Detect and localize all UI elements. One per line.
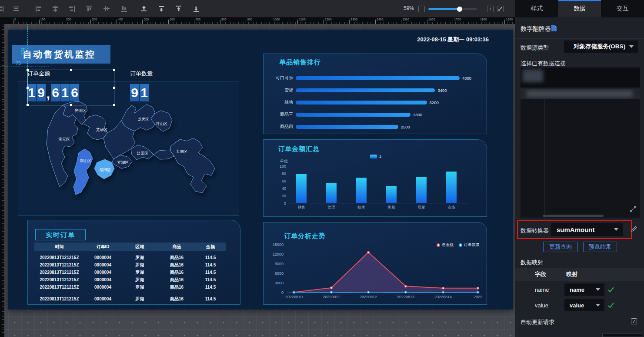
distribute-horizontal-icon[interactable]: [12, 5, 20, 13]
orders-cell: 商品16: [158, 296, 195, 302]
align-center-horizontal-icon[interactable]: [51, 5, 59, 13]
selection-handle[interactable]: [27, 104, 29, 106]
mapping-select-value: value: [564, 302, 596, 309]
orders-cell: 20220813T121215Z: [34, 277, 84, 282]
selection-y-coordinate: 134: [21, 47, 26, 55]
connection-list[interactable]: [521, 67, 640, 88]
fit-screen-button[interactable]: [497, 6, 504, 12]
shenzhen-district-map[interactable]: 宝安区光明区龙华区龙岗区坪山区盐田区大鹏区罗湖区福田区南山区: [21, 101, 238, 215]
vertical-ruler[interactable]: [0, 24, 4, 337]
orders-cell: 20220813T121215Z: [34, 270, 84, 275]
orders-cell: 0000004: [84, 285, 121, 290]
align-right-icon[interactable]: [68, 5, 76, 13]
horizontal-ruler[interactable]: 0100200300400500600700800900100011001200…: [0, 17, 515, 24]
partial-input-box[interactable]: [602, 334, 642, 337]
auto-update-label: 自动更新请求: [521, 318, 554, 326]
ruler-label: 1800: [480, 18, 487, 21]
selection-handle[interactable]: [113, 87, 115, 89]
kpi-count-flipper[interactable]: 91: [130, 84, 149, 101]
zoom-slider-knob[interactable]: [457, 7, 462, 12]
send-to-bottom-icon[interactable]: [192, 5, 200, 13]
document-icon[interactable]: [551, 25, 557, 32]
district-大鹏区[interactable]: [170, 138, 215, 193]
bring-to-top-icon[interactable]: [175, 5, 183, 13]
district-南山区[interactable]: [73, 149, 93, 195]
ranking-bar-label: 脉动: [269, 99, 293, 105]
connection-label: 选择已有数据连接: [521, 60, 566, 67]
dashboard-canvas[interactable]: 2022-08-15 星期一 09:03:36 自动售货机监控 订单金额 订单数…: [8, 30, 513, 310]
ruler-major-ticks: [13, 20, 515, 24]
expand-editor-icon[interactable]: [630, 206, 637, 212]
zoom-slider-fill: [428, 8, 460, 10]
mapping-select-value[interactable]: value: [564, 299, 604, 311]
orders-cell: 罗湖: [121, 255, 158, 261]
ranking-row: 脉动3200: [269, 96, 477, 108]
ruler-label: 200: [66, 18, 71, 21]
column-legend[interactable]: 1: [370, 154, 381, 158]
align-right-edge-icon[interactable]: [0, 5, 4, 13]
zoom-out-button[interactable]: −: [418, 6, 425, 12]
orders-cell: 罗湖: [121, 262, 158, 268]
flipper-digit: 1: [140, 84, 149, 101]
tab-样式[interactable]: 样式: [515, 0, 558, 17]
district-label: 大鹏区: [176, 149, 188, 154]
orders-cell: 0000004: [84, 277, 121, 282]
district-label: 盐田区: [137, 151, 149, 155]
district-label: 坪山区: [156, 121, 168, 126]
y-tick-label: 60: [273, 179, 286, 183]
legend-swatch: [370, 155, 377, 158]
align-middle-icon[interactable]: [103, 5, 110, 13]
orders-header-cell: 商品: [158, 244, 195, 250]
editor-workspace[interactable]: 2022-08-15 星期一 09:03:36 自动售货机监控 订单金额 订单数…: [4, 24, 515, 337]
datasource-select[interactable]: 对象存储服务(OBS): [564, 40, 638, 53]
district-宝安区[interactable]: [47, 105, 78, 187]
zoom-in-button[interactable]: +: [487, 6, 494, 12]
tab-交互[interactable]: 交互: [601, 0, 644, 17]
ranking-chart-panel[interactable]: 单品销售排行 可口可乐4000雪碧3400脉动3200商品三2800商品四250…: [263, 54, 487, 134]
selection-handle[interactable]: [70, 69, 72, 71]
selection-guide-horizontal: [0, 67, 49, 67]
orders-table-panel[interactable]: 实时订单 时间订单ID区域商品金额 20220813T121215Z000000…: [27, 220, 240, 305]
align-bottom-icon[interactable]: [120, 5, 128, 13]
selection-handle[interactable]: [113, 69, 115, 71]
preview-result-button[interactable]: 预览结果: [583, 242, 617, 252]
selection-handle[interactable]: [27, 87, 29, 89]
editor-horizontal-scrollbar[interactable]: [543, 215, 604, 217]
ruler-label: 100: [40, 18, 46, 21]
update-query-button[interactable]: 更新查询: [543, 242, 578, 252]
zoom-slider[interactable]: [428, 8, 477, 10]
district-坪山区[interactable]: [151, 111, 172, 131]
svg-text:20220812: 20220812: [360, 295, 377, 299]
selection-handle[interactable]: [70, 104, 72, 106]
auto-update-checkbox[interactable]: ✓: [631, 318, 637, 324]
layer-up-icon[interactable]: [140, 5, 148, 13]
district-label: 福田区: [100, 168, 111, 172]
orders-cell: 商品16: [158, 277, 195, 283]
ranking-bar-wrap: 2800: [296, 112, 422, 117]
orders-cell: 20220813T121215Z: [34, 255, 84, 260]
table-row: 20220813T121215Z0000004罗湖商品16114.5: [34, 276, 226, 283]
selection-box[interactable]: [27, 70, 114, 105]
ranking-bar-label: 商品四: [269, 124, 293, 130]
top-toolbar: 59% − +: [0, 0, 515, 17]
dashboard-title[interactable]: 自动售货机监控: [12, 45, 110, 64]
trend-chart-panel[interactable]: 订单分析走势 总金额订单数量 1500012000900060003000020…: [263, 222, 487, 305]
align-top-icon[interactable]: [85, 5, 93, 13]
selection-handle[interactable]: [27, 69, 29, 71]
query-editor[interactable]: [521, 99, 640, 218]
column-chart-panel[interactable]: 订单金额汇总 1 单位 100806040200销售管理技术客服研发市场: [263, 139, 487, 217]
orders-cell: 商品16: [158, 262, 195, 268]
mapping-select-name[interactable]: name: [564, 283, 604, 296]
ranking-bar-wrap: 3200: [296, 100, 439, 105]
ruler-label: 1900: [506, 18, 513, 21]
align-left-icon[interactable]: [35, 5, 43, 13]
column-bar: [416, 177, 427, 203]
layer-down-icon[interactable]: [157, 5, 165, 13]
tab-数据[interactable]: 数据: [558, 0, 601, 17]
ranking-bar-value: 2800: [413, 112, 422, 117]
selected-connection[interactable]: [521, 89, 640, 99]
edit-pencil-icon[interactable]: [631, 226, 637, 232]
transformer-select[interactable]: sumAmount: [551, 223, 623, 236]
selection-handle[interactable]: [113, 104, 115, 106]
y-axis-unit: 单位: [270, 158, 288, 164]
